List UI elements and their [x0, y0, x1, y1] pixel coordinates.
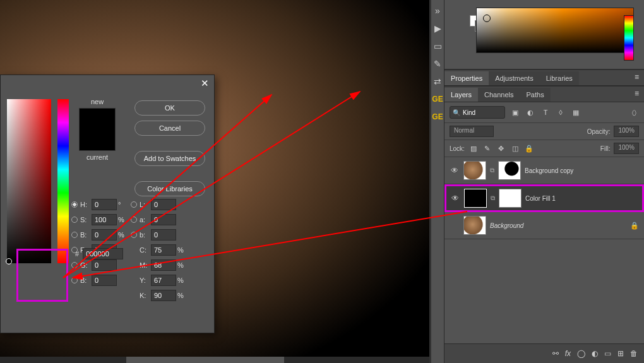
lock-all-icon[interactable]: 🔒: [524, 143, 534, 153]
input-l[interactable]: [151, 199, 176, 210]
lock-icon[interactable]: 🔒: [630, 222, 639, 230]
radio-l[interactable]: [131, 201, 137, 208]
link-icon[interactable]: ⧉: [491, 194, 495, 202]
tab-layers[interactable]: Layers: [444, 88, 478, 102]
unit-h: °: [118, 201, 131, 208]
radio-h[interactable]: [71, 201, 78, 208]
ge-badge-2[interactable]: GE: [432, 112, 443, 121]
mask-icon[interactable]: ◯: [577, 349, 585, 358]
tab-channels[interactable]: Channels: [478, 88, 520, 102]
label-a: a:: [140, 216, 151, 223]
radio-bc[interactable]: [71, 277, 78, 283]
unit-m: %: [177, 261, 190, 269]
cancel-button[interactable]: Cancel: [134, 121, 205, 136]
fill-value[interactable]: 100%: [614, 143, 639, 154]
label-m: M:: [140, 261, 151, 269]
opacity-value[interactable]: 100%: [614, 126, 639, 137]
add-to-swatches-button[interactable]: Add to Swatches: [134, 151, 205, 166]
input-a[interactable]: [151, 214, 176, 225]
layer-thumbnail[interactable]: [463, 161, 486, 180]
lock-brush-icon[interactable]: ✎: [482, 143, 492, 153]
filter-type-icon[interactable]: T: [540, 107, 551, 117]
saturation-box[interactable]: [7, 99, 51, 263]
color-pick-ring[interactable]: [483, 15, 491, 22]
lock-pixels-icon[interactable]: ▨: [468, 143, 479, 153]
panel-menu-icon[interactable]: ≡: [629, 69, 644, 85]
layer-name[interactable]: Background copy: [525, 167, 573, 174]
radio-s[interactable]: [71, 217, 78, 223]
blend-mode-dropdown[interactable]: Normal: [450, 126, 494, 137]
picker-titlebar[interactable]: ✕: [1, 75, 214, 92]
link-layers-icon[interactable]: ⚯: [552, 349, 559, 358]
visibility-eye-icon[interactable]: [450, 220, 460, 231]
unit-k: %: [177, 292, 190, 299]
color-gradient-picker[interactable]: [476, 8, 634, 53]
sat-marker[interactable]: [6, 258, 12, 265]
input-g[interactable]: [92, 259, 117, 271]
visibility-eye-icon[interactable]: 👁: [450, 194, 460, 203]
adjust-icon[interactable]: ⇄: [431, 77, 444, 86]
scrollbar-horizontal[interactable]: [0, 357, 429, 363]
filter-toggle-icon[interactable]: ⬯: [629, 107, 639, 117]
radio-b[interactable]: [71, 232, 78, 238]
trash-icon[interactable]: 🗑: [630, 349, 638, 358]
lock-fill-row: Lock: ▨ ✎ ✥ ◫ 🔒 Fill: 100%: [444, 140, 644, 157]
hue-strip[interactable]: [624, 15, 634, 61]
panel-menu-icon-2[interactable]: ≡: [629, 85, 644, 102]
tab-properties[interactable]: Properties: [444, 71, 489, 85]
input-b[interactable]: [92, 229, 117, 241]
layer-mask-thumbnail[interactable]: [499, 189, 522, 208]
input-s[interactable]: [92, 214, 117, 225]
tab-paths[interactable]: Paths: [520, 88, 551, 102]
expand-icon[interactable]: »: [431, 6, 444, 15]
scrollbar-thumb[interactable]: [126, 357, 284, 363]
brush-icon[interactable]: ✎: [431, 59, 444, 68]
fx-icon[interactable]: fx: [565, 349, 571, 358]
layer-thumbnail[interactable]: [463, 216, 486, 235]
input-y[interactable]: [151, 275, 176, 286]
input-bb[interactable]: [151, 229, 176, 241]
new-color-swatch: [79, 108, 116, 151]
hue-slider[interactable]: [57, 99, 69, 263]
filter-shape-icon[interactable]: ◊: [556, 107, 566, 117]
layer-kind-search[interactable]: 🔍 Kind: [450, 106, 505, 119]
radio-a[interactable]: [131, 217, 137, 223]
layer-name[interactable]: Color Fill 1: [525, 195, 556, 202]
play-icon[interactable]: ▶: [431, 24, 444, 33]
new-layer-icon[interactable]: ⊞: [617, 349, 624, 358]
layer-mask-thumbnail[interactable]: [498, 161, 521, 180]
tab-libraries[interactable]: Libraries: [540, 71, 579, 85]
visibility-eye-icon[interactable]: 👁: [450, 166, 460, 175]
layer-thumbnail[interactable]: [464, 189, 487, 208]
radio-bb[interactable]: [131, 232, 137, 238]
ok-button[interactable]: OK: [134, 100, 205, 116]
tab-adjustments[interactable]: Adjustments: [489, 71, 540, 85]
layer-row[interactable]: Background 🔒: [444, 212, 644, 239]
lock-move-icon[interactable]: ✥: [496, 143, 506, 153]
lock-label: Lock:: [450, 145, 465, 152]
hex-input[interactable]: [83, 248, 123, 259]
input-k[interactable]: [151, 290, 176, 301]
layer-row[interactable]: 👁 ⧉ Background copy: [444, 157, 644, 184]
ge-badge[interactable]: GE: [432, 95, 443, 104]
input-c[interactable]: [151, 244, 176, 256]
chat-icon[interactable]: ▭: [431, 42, 444, 51]
group-icon[interactable]: ▭: [604, 349, 611, 358]
adjustment-icon[interactable]: ◐: [592, 349, 598, 358]
layer-row-selected[interactable]: 👁 ⧉ Color Fill 1: [444, 184, 644, 212]
blend-opacity-row: Normal Opacity: 100%: [444, 123, 644, 140]
close-icon[interactable]: ✕: [201, 78, 209, 89]
filter-adjust-icon[interactable]: ◐: [525, 107, 535, 117]
panel-group-2-tabs: Layers Channels Paths ≡: [444, 86, 644, 102]
color-libraries-button[interactable]: Color Libraries: [134, 181, 205, 196]
radio-g[interactable]: [71, 262, 78, 268]
input-h[interactable]: [92, 199, 117, 210]
layer-name[interactable]: Background: [490, 222, 523, 229]
link-icon[interactable]: ⧉: [490, 167, 494, 174]
filter-image-icon[interactable]: ▣: [510, 107, 520, 117]
filter-smart-icon[interactable]: ▦: [571, 107, 581, 117]
lock-artboard-icon[interactable]: ◫: [510, 143, 520, 153]
search-placeholder-text: Kind: [463, 109, 475, 116]
input-bc[interactable]: [92, 275, 117, 286]
input-m[interactable]: [151, 259, 176, 271]
